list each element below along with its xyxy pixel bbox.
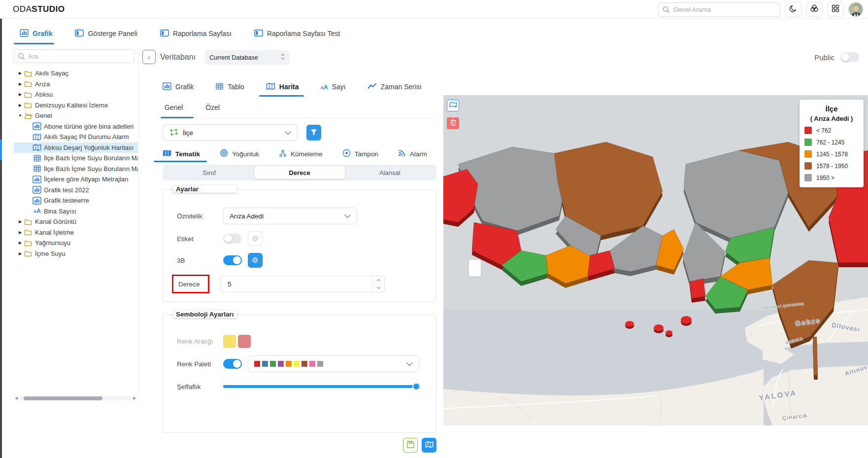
apps-button[interactable] bbox=[827, 2, 844, 17]
add-map-layer-button[interactable] bbox=[447, 100, 459, 111]
label-settings-button[interactable]: ⚙ bbox=[248, 231, 263, 246]
view-tab-tablo[interactable]: Tablo bbox=[215, 79, 244, 95]
chart-icon bbox=[33, 176, 41, 183]
collapse-sidebar-button[interactable]: ‹ bbox=[142, 50, 156, 64]
view-tab-harita[interactable]: Harita bbox=[266, 79, 299, 95]
tree-item[interactable]: Grafik testewrre bbox=[14, 195, 138, 206]
degree-input-field[interactable] bbox=[221, 276, 372, 292]
public-toggle[interactable] bbox=[840, 52, 859, 62]
label-toggle[interactable] bbox=[223, 234, 242, 244]
legend-title: İlçe bbox=[804, 105, 859, 113]
tree-item[interactable]: ▶Atıksu bbox=[14, 89, 138, 100]
map-view[interactable]: İlçe ( Arıza Adedi ) < 762762 - 12451245… bbox=[443, 95, 868, 425]
brand-logo: ODASTUDIO bbox=[13, 4, 65, 14]
tree-item[interactable]: ▶Kanal Görüntü bbox=[14, 216, 138, 227]
mode-tab-alarm[interactable]: Alarm bbox=[398, 148, 427, 160]
3d-toggle[interactable] bbox=[223, 255, 242, 265]
3d-settings-button[interactable]: ⚙ bbox=[248, 253, 263, 268]
tree-item-label: Akıllı Sayaç Pil Durumu Alarm bbox=[44, 133, 129, 141]
main-tab-raporlama-sayfası-test[interactable]: Raporlama Sayfası Test bbox=[254, 23, 340, 44]
mode-tab-yoğunluk[interactable]: Yoğunluk bbox=[220, 148, 259, 160]
caret-right-icon[interactable]: ▶ bbox=[17, 241, 24, 245]
caret-right-icon[interactable]: ▶ bbox=[17, 71, 24, 75]
legend-color-chip bbox=[804, 162, 812, 170]
scroll-right-icon[interactable]: ▶ bbox=[132, 395, 137, 401]
tree-item[interactable]: ▶İçme Suyu bbox=[14, 248, 138, 259]
user-avatar[interactable] bbox=[848, 2, 863, 17]
palette-chip bbox=[270, 361, 276, 367]
integrations-button[interactable] bbox=[806, 2, 823, 17]
caret-right-icon[interactable]: ▶ bbox=[17, 251, 24, 256]
spin-up-icon[interactable] bbox=[373, 276, 384, 284]
segment-sinif[interactable]: Sınıf bbox=[164, 166, 254, 179]
spin-down-icon[interactable] bbox=[373, 284, 384, 292]
sidebar-horizontal-scrollbar[interactable]: ◀ ▶ bbox=[14, 395, 137, 401]
public-toggle-group: Public bbox=[814, 52, 859, 62]
scrollbar-track[interactable] bbox=[19, 396, 132, 400]
color-swatch[interactable] bbox=[238, 335, 251, 348]
tree-item[interactable]: ▶Akıllı Sayaç bbox=[14, 68, 138, 79]
apply-to-map-button[interactable] bbox=[422, 438, 436, 453]
save-button[interactable] bbox=[403, 438, 418, 453]
color-palette-toggle[interactable] bbox=[223, 359, 242, 369]
caret-right-icon[interactable]: ▶ bbox=[17, 103, 24, 107]
attribute-select[interactable]: Arıza Adedi bbox=[223, 208, 357, 224]
search-icon bbox=[663, 6, 670, 15]
tree-item[interactable]: ▼Genel bbox=[14, 110, 138, 121]
main-tab-grafik[interactable]: Grafik bbox=[20, 23, 52, 44]
tree-item[interactable]: ▶Yağmursuyu bbox=[14, 238, 138, 248]
color-swatch[interactable] bbox=[223, 335, 236, 348]
mode-tab-tematik[interactable]: Tematik bbox=[163, 148, 200, 160]
scrollbar-thumb[interactable] bbox=[24, 396, 102, 400]
database-select[interactable]: Current Database bbox=[204, 50, 290, 65]
filter-button[interactable] bbox=[306, 125, 321, 141]
global-search-input[interactable] bbox=[658, 2, 780, 17]
tree-item[interactable]: AABina Sayısı bbox=[14, 206, 138, 217]
sidebar-search-input[interactable] bbox=[14, 49, 134, 63]
caret-right-icon[interactable]: ▶ bbox=[17, 230, 24, 235]
panel-tab-genel[interactable]: Genel bbox=[163, 104, 185, 118]
tree-item[interactable]: Atıksu Deşarj Yoğunluk Haritası bbox=[14, 142, 138, 153]
sidebar-search bbox=[14, 49, 134, 63]
opacity-slider[interactable] bbox=[223, 383, 419, 390]
number-icon: AA bbox=[33, 208, 41, 214]
tree-item[interactable]: ▶Arıza bbox=[14, 79, 138, 90]
segment-alansal[interactable]: Alansal bbox=[345, 166, 435, 179]
panel-tab-özel[interactable]: Özel bbox=[203, 104, 222, 118]
color-palette-select[interactable] bbox=[248, 355, 419, 372]
view-tab-label: Tablo bbox=[228, 83, 244, 91]
attribute-label: Öznitelik bbox=[177, 212, 223, 220]
main-tab-gösterge-paneli[interactable]: Gösterge Paneli bbox=[75, 23, 137, 44]
map-mode-tab-bar: TematikYoğunlukKümelemeTamponAlarm bbox=[163, 148, 436, 160]
tree-item[interactable]: Grafik test 2022 bbox=[14, 185, 138, 196]
tree-item[interactable]: Abone türüne göre bina adetleri bbox=[14, 121, 138, 132]
tree-item[interactable]: ▶Denizsuyu Kalitesi İzleme bbox=[14, 100, 138, 111]
chevron-down-icon bbox=[344, 212, 351, 220]
tree-item[interactable]: İlçelere göre Altyapı Metrajları bbox=[14, 174, 138, 185]
tree-item[interactable]: İlçe Bazlı İçme Suyu Boruların Ma bbox=[14, 164, 138, 175]
tree-item[interactable]: İlçe Bazlı İçme Suyu Boruların Ma bbox=[14, 153, 138, 164]
map-icon bbox=[33, 133, 41, 141]
caret-right-icon[interactable]: ▶ bbox=[17, 92, 24, 97]
caret-down-icon[interactable]: ▼ bbox=[17, 113, 24, 118]
tree-item[interactable]: ▶Kanal İşletme bbox=[14, 227, 138, 238]
caret-right-icon[interactable]: ▶ bbox=[17, 219, 24, 224]
mode-tab-kümeleme[interactable]: Kümeleme bbox=[279, 148, 323, 160]
buffer-icon bbox=[342, 149, 351, 159]
view-tab-grafik[interactable]: Grafik bbox=[163, 79, 194, 95]
view-tab-sayı[interactable]: AASayı bbox=[321, 79, 346, 95]
legend-color-chip bbox=[804, 174, 812, 181]
main-tab-raporlama-sayfası[interactable]: Raporlama Sayfası bbox=[160, 23, 232, 44]
view-tab-zaman-serisi[interactable]: Zaman Serisi bbox=[367, 79, 421, 95]
opacity-slider-thumb[interactable] bbox=[412, 383, 420, 390]
layer-select[interactable]: İlçe bbox=[163, 124, 298, 141]
tree-item[interactable]: Akıllı Sayaç Pil Durumu Alarm bbox=[14, 132, 138, 142]
opacity-slider-track[interactable] bbox=[223, 385, 419, 388]
caret-right-icon[interactable]: ▶ bbox=[17, 82, 24, 86]
segment-derece[interactable]: Derece bbox=[254, 166, 344, 179]
dark-mode-button[interactable] bbox=[785, 2, 801, 17]
mode-tab-tampon[interactable]: Tampon bbox=[342, 148, 378, 160]
delete-layer-button[interactable] bbox=[447, 117, 459, 129]
mode-tab-label: Tematik bbox=[175, 150, 200, 158]
scroll-left-icon[interactable]: ◀ bbox=[14, 395, 19, 401]
